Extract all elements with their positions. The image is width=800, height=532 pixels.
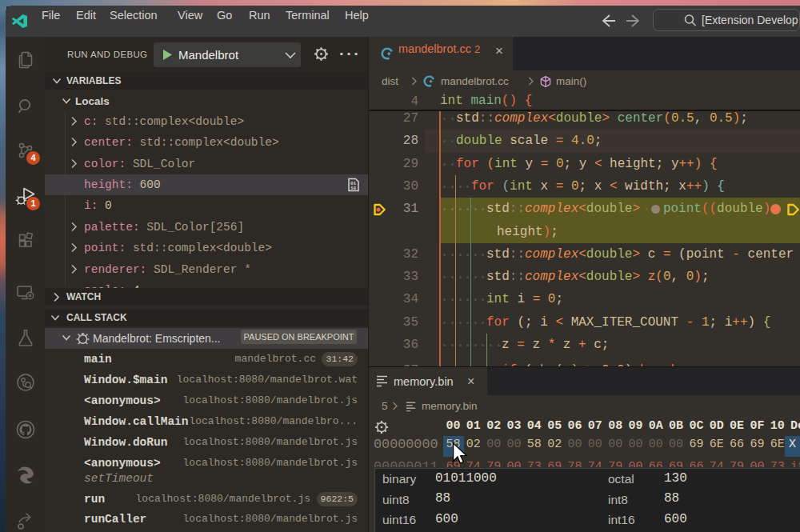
svg-text:10: 10 (350, 186, 357, 191)
